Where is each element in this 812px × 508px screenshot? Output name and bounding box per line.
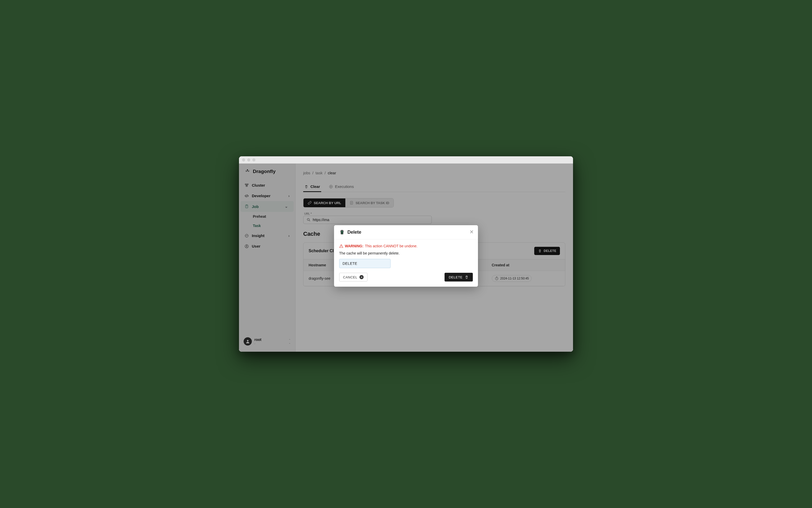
modal-description: The cache will be permanently delete. — [339, 251, 473, 255]
window-min-dot[interactable] — [247, 158, 250, 162]
modal-header: Delete ✕ — [334, 225, 478, 239]
cancel-label: CANCEL — [343, 276, 357, 279]
modal-overlay[interactable]: Delete ✕ WARNING: This action CANNOT be … — [239, 164, 573, 352]
window-max-dot[interactable] — [252, 158, 256, 162]
modal-title: Delete — [348, 229, 361, 235]
trash-icon — [339, 229, 345, 235]
modal-close-button[interactable]: ✕ — [469, 229, 474, 235]
app-window: Dragonfly Cluster Developer › Job ⌄ Preh… — [239, 156, 573, 352]
confirm-label: DELETE — [449, 276, 462, 279]
delete-confirm-input[interactable] — [339, 259, 391, 268]
modal-body: WARNING: This action CANNOT be undone. T… — [334, 239, 478, 287]
confirm-delete-button[interactable]: DELETE — [445, 273, 473, 282]
window-close-dot[interactable] — [242, 158, 245, 162]
warning-icon — [339, 244, 343, 248]
warning-row: WARNING: This action CANNOT be undone. — [339, 244, 473, 248]
titlebar — [239, 156, 573, 164]
warning-label: WARNING: — [345, 244, 363, 248]
modal-actions: CANCEL ✕ DELETE — [339, 273, 473, 282]
cancel-button[interactable]: CANCEL ✕ — [339, 273, 367, 282]
cancel-icon: ✕ — [360, 275, 364, 279]
warning-text: This action CANNOT be undone. — [365, 244, 417, 248]
delete-modal: Delete ✕ WARNING: This action CANNOT be … — [334, 225, 478, 287]
close-icon: ✕ — [469, 229, 474, 235]
trash-icon — [464, 275, 469, 279]
